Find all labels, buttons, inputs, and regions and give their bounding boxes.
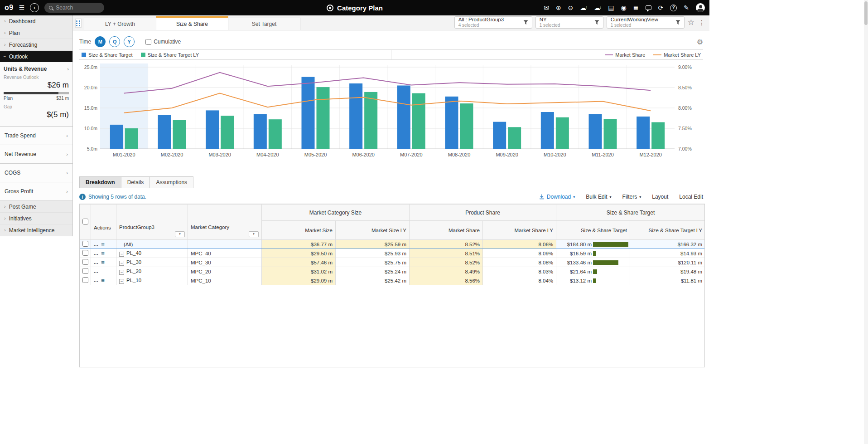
global-search[interactable] [44, 3, 104, 13]
collapse-icon[interactable]: − [119, 252, 124, 257]
legend-size-share-target[interactable]: Size & Share Target [82, 52, 133, 58]
col-market-size-ly[interactable]: Market Size LY [336, 221, 410, 240]
drag-handle[interactable] [75, 19, 82, 28]
time-quarter-button[interactable]: Q [109, 36, 120, 47]
row-menu-icon[interactable]: ≡ [101, 250, 105, 257]
row-checkbox[interactable] [82, 268, 88, 274]
back-icon[interactable]: ‹ [30, 3, 39, 12]
market-size-cell[interactable]: $31.02 m [262, 267, 336, 276]
market-share-cell[interactable]: 8.52% [410, 240, 483, 249]
tab-size-share[interactable]: Size & Share [156, 16, 228, 30]
market-size-cell[interactable]: $36.77 m [262, 240, 336, 249]
remove-icon[interactable]: ⊖ [568, 5, 574, 11]
o9-logo[interactable]: o9 [5, 4, 14, 12]
local-edit-button[interactable]: Local Edit [679, 194, 703, 200]
col-sst-ly[interactable]: Size & Share Target LY [630, 221, 705, 240]
row-menu-icon[interactable]: ≡ [101, 277, 105, 284]
cumulative-toggle[interactable]: Cumulative [145, 39, 181, 45]
col-market-size[interactable]: Market Size [262, 221, 336, 240]
filter-working-view[interactable]: CurrentWorkingView 1 selected [607, 16, 685, 29]
sidebar-item-post-game[interactable]: › Post Game [0, 201, 72, 213]
more-options-icon[interactable]: ⋮ [698, 19, 706, 26]
product-group-cell[interactable]: −PL_40 [116, 249, 188, 258]
sidebar-item-plan[interactable]: › Plan [0, 27, 72, 39]
compose-icon[interactable]: ✎ [684, 5, 689, 11]
document-icon[interactable]: ▤ [608, 5, 614, 11]
sidebar-item-cogs[interactable]: COGS › [0, 164, 72, 182]
collapse-icon[interactable]: − [119, 261, 124, 266]
market-share-cell[interactable]: 8.51% [410, 249, 483, 258]
cloud-upload-icon[interactable]: ☁↑ [580, 5, 587, 11]
filter-productgroup3[interactable]: All : ProductGroup3 4 selected [454, 16, 532, 29]
vertical-scrollbar[interactable] [864, 0, 868, 444]
row-checkbox[interactable] [82, 250, 88, 256]
cumulative-checkbox[interactable] [145, 39, 151, 45]
row-menu-icon[interactable]: ≡ [101, 259, 105, 266]
col-product-group[interactable]: ProductGroup3 ▾ [116, 205, 188, 240]
time-year-button[interactable]: Y [124, 36, 135, 47]
product-group-cell[interactable]: (All) [116, 240, 188, 249]
units-revenue-card[interactable]: Units & Revenue › Revenue Outlook $26 m … [0, 62, 72, 127]
cloud-download-icon[interactable]: ☁↓ [594, 5, 601, 11]
column-filter-dropdown[interactable]: ▾ [249, 231, 259, 237]
sidebar-item-market-intelligence[interactable]: › Market Intelligence [0, 224, 72, 236]
sidebar-item-dashboard[interactable]: › Dashboard [0, 15, 72, 27]
tab-ly-growth[interactable]: LY + Growth [84, 18, 156, 30]
list-icon[interactable]: ≣ [633, 5, 639, 11]
tab-breakdown[interactable]: Breakdown [79, 176, 121, 188]
row-checkbox[interactable] [82, 277, 88, 283]
chat-icon[interactable] [646, 5, 651, 10]
market-share-cell[interactable]: 8.56% [410, 276, 483, 285]
row-checkbox[interactable] [82, 259, 88, 265]
table-row[interactable]: •••≡ −PL_10 MPC_10 $29.09 m $25.42 m 8.5… [80, 276, 705, 285]
help-icon[interactable]: ? [670, 5, 677, 11]
add-icon[interactable]: ⊕ [556, 5, 561, 11]
market-share-cell[interactable]: 8.52% [410, 258, 483, 267]
product-group-cell[interactable]: −PL_10 [116, 276, 188, 285]
table-row[interactable]: •••≡ −PL_30 MPC_30 $57.46 m $25.75 m 8.5… [80, 258, 705, 267]
tab-assumptions[interactable]: Assumptions [149, 176, 193, 188]
select-all-checkbox[interactable] [82, 219, 88, 224]
row-actions-icon[interactable]: ••• [94, 253, 98, 256]
market-size-cell[interactable]: $29.09 m [262, 276, 336, 285]
legend-size-share-target-ly[interactable]: Size & Share Target LY [141, 52, 199, 58]
bulk-edit-button[interactable]: Bulk Edit ▾ [586, 194, 611, 200]
chart-settings-icon[interactable]: ⚙ [697, 38, 703, 46]
row-menu-icon[interactable]: ≡ [101, 241, 105, 248]
inbox-icon[interactable]: ✉ [544, 5, 549, 11]
row-checkbox[interactable] [82, 241, 88, 247]
user-avatar[interactable] [696, 3, 705, 12]
col-market-share-ly[interactable]: Market Share LY [483, 221, 556, 240]
sidebar-item-gross-profit[interactable]: Gross Profit › [0, 182, 72, 201]
col-market-share[interactable]: Market Share [410, 221, 483, 240]
sidebar-item-net-revenue[interactable]: Net Revenue › [0, 145, 72, 164]
legend-market-share-ly[interactable]: Market Share LY [653, 52, 701, 58]
row-actions-icon[interactable]: ••• [94, 271, 98, 274]
tab-set-target[interactable]: Set Target [228, 18, 300, 30]
row-actions-icon[interactable]: ••• [94, 262, 98, 265]
sidebar-item-outlook[interactable]: › Outlook [0, 51, 72, 62]
hamburger-menu-icon[interactable]: ☰ [19, 5, 25, 11]
market-size-cell[interactable]: $29.50 m [262, 249, 336, 258]
col-market-category[interactable]: Market Category ▾ [188, 205, 262, 240]
col-sst[interactable]: Size & Share Target [556, 221, 630, 240]
collapse-icon[interactable]: − [119, 279, 124, 284]
market-share-cell[interactable]: 8.49% [410, 267, 483, 276]
layout-button[interactable]: Layout [652, 194, 668, 200]
collapse-icon[interactable]: − [119, 270, 124, 275]
scrollbar-thumb[interactable] [864, 1, 868, 25]
favorite-icon[interactable]: ☆ [688, 18, 694, 27]
row-actions-icon[interactable]: ••• [94, 280, 98, 283]
time-month-button[interactable]: M [95, 36, 106, 47]
sidebar-item-trade-spend[interactable]: Trade Spend › [0, 127, 72, 145]
combo-chart[interactable]: 5.0m7.00%10.0m7.50%15.0m8.00%20.0m8.50%2… [79, 62, 703, 171]
market-size-cell[interactable]: $57.46 m [262, 258, 336, 267]
product-group-cell[interactable]: −PL_20 [116, 267, 188, 276]
table-row[interactable]: •••≡ (All) $36.77 m $25.59 m 8.52% 8.06%… [80, 240, 705, 249]
sidebar-item-forecasting[interactable]: › Forecasting [0, 39, 72, 51]
sync-icon[interactable]: ⟳ [658, 5, 664, 11]
sidebar-item-initiatives[interactable]: › Initiatives [0, 213, 72, 224]
table-row[interactable]: •••≡ −PL_40 MPC_40 $29.50 m $25.93 m 8.5… [80, 249, 705, 258]
row-actions-icon[interactable]: ••• [94, 244, 98, 247]
filter-region[interactable]: NY 1 selected [535, 16, 603, 29]
